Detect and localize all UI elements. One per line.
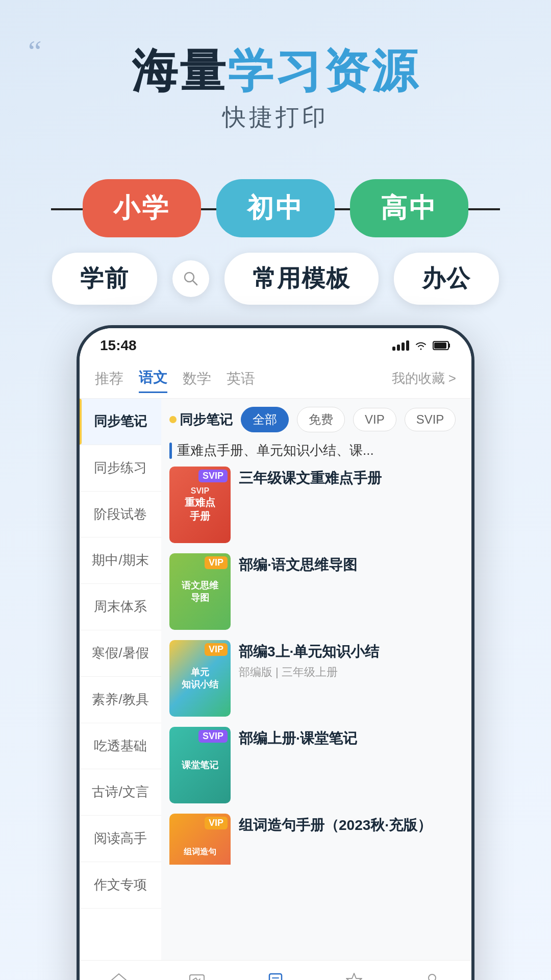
second-row: 学前 常用模板 办公 [31,253,520,305]
book-cover-2: 语文思维 导图 VIP [169,553,231,630]
status-icons [392,340,451,351]
nav-profile[interactable]: 我的 [393,969,471,980]
headline-part2: 学习资源 [228,45,419,96]
sync-notes-text: 同步笔记 [180,411,233,429]
book-info-5: 组词造句手册（2023秋·充版） [239,814,463,838]
sidebar-item-notes[interactable]: 同步笔记 [80,399,161,445]
yellow-dot [169,416,177,423]
sidebar-item-weekend[interactable]: 周末体系 [80,584,161,630]
book-title-2: 部编·语文思维导图 [239,555,463,575]
tab-math[interactable]: 数学 [183,365,211,393]
tab-recommend[interactable]: 推荐 [95,365,123,393]
sync-notes-label: 同步笔记 [169,411,233,429]
status-bar: 15:48 [80,328,471,359]
filter-svip[interactable]: SVIP [405,408,456,431]
signal-bar-3 [402,342,405,351]
tab-english[interactable]: 英语 [227,365,255,393]
nav-home[interactable]: 首页 [80,969,158,980]
status-time: 15:48 [100,337,137,354]
filter-free[interactable]: 免费 [297,407,345,432]
sidebar-item-reading[interactable]: 阅读高手 [80,816,161,862]
book-card-4[interactable]: 课堂笔记 SVIP 部编上册·课堂笔记 [169,727,463,803]
signal-bars [392,340,409,351]
book-cover-1: SVIP 重难点 手册 SVIP [169,467,231,543]
nav-ai[interactable]: AI精准学 [158,969,237,980]
nav-book[interactable]: 教辅|试卷 [236,969,315,980]
sidebar-item-practice[interactable]: 同步练习 [80,445,161,492]
filter-vip[interactable]: VIP [353,408,396,431]
section-header: 重难点手册、单元知识小结、课... [169,442,463,459]
sidebar-item-writing[interactable]: 作文专项 [80,862,161,909]
book-card-2[interactable]: 语文思维 导图 VIP 部编·语文思维导图 [169,553,463,630]
headline-subtitle: 快捷打印 [31,102,520,133]
quote-icon: “ [28,36,42,66]
sidebar-item-basics[interactable]: 吃透基础 [80,723,161,770]
sidebar: 同步笔记 同步练习 阶段试卷 期中/期末 周末体系 寒假/暑假 素养/教具 吃透… [80,399,161,960]
book-cover-4: 课堂笔记 SVIP [169,727,231,803]
section-bar [169,443,172,459]
sidebar-item-midterm[interactable]: 期中/期末 [80,537,161,584]
svg-point-11 [429,974,436,980]
user-icon [420,969,444,980]
svg-line-1 [193,281,197,285]
book-cover-5: 组词造句 VIP [169,814,231,865]
battery-icon [433,340,451,351]
book-card-5[interactable]: 组词造句 VIP 组词造句手册（2023秋·充版） [169,814,463,865]
sidebar-item-holiday[interactable]: 寒假/暑假 [80,630,161,677]
top-tabs: 推荐 语文 数学 英语 我的收藏 > [80,359,471,399]
filter-row: 同步笔记 全部 免费 VIP SVIP [169,407,463,432]
wifi-icon [413,340,429,351]
sidebar-item-exams[interactable]: 阶段试卷 [80,492,161,538]
book-info-4: 部编上册·课堂笔记 [239,727,463,751]
high-button[interactable]: 高中 [350,179,468,237]
book-cover-3: 单元 知识小结 VIP [169,640,231,717]
tab-favorites[interactable]: 我的收藏 > [392,370,456,387]
template-button[interactable]: 常用模板 [224,253,379,305]
book-subtitle-3: 部编版 | 三年级上册 [239,665,463,680]
sidebar-item-poetry[interactable]: 古诗/文言 [80,769,161,816]
middle-button[interactable]: 初中 [216,179,335,237]
category-row: 小学 初中 高中 [0,179,551,237]
home-icon [107,969,131,980]
signal-bar-1 [392,347,395,351]
preschool-button[interactable]: 学前 [52,253,157,305]
office-button[interactable]: 办公 [394,253,499,305]
headline-part1: 海量 [132,45,228,96]
phone-mockup: 15:48 推荐 语文 数学 英语 我的收藏 > [77,325,474,980]
book-title-5: 组词造句手册（2023秋·充版） [239,816,463,835]
content-area: 同步笔记 同步练习 阶段试卷 期中/期末 周末体系 寒假/暑假 素养/教具 吃透… [80,399,471,960]
search-icon [182,270,200,288]
svg-rect-3 [448,344,450,348]
headline-main: 海量学习资源 [31,46,520,96]
star-icon [342,969,366,980]
svg-rect-6 [269,974,282,980]
book-icon [263,969,288,980]
headline: 海量学习资源 快捷打印 [31,46,520,133]
main-content: 同步笔记 全部 免费 VIP SVIP 重难点手册、单元知识小结、课... SV… [161,399,471,960]
search-button[interactable] [172,260,209,297]
tab-chinese[interactable]: 语文 [139,364,167,393]
book-info-1: 三年级课文重难点手册 [239,467,463,491]
elementary-button[interactable]: 小学 [83,179,201,237]
svg-marker-10 [346,973,362,980]
bottom-nav: 首页 AI精准学 教辅|试卷 [80,960,471,980]
book-title-1: 三年级课文重难点手册 [239,469,463,488]
book-card-1[interactable]: SVIP 重难点 手册 SVIP 三年级课文重难点手册 [169,467,463,543]
signal-bar-2 [397,345,400,351]
book-title-4: 部编上册·课堂笔记 [239,729,463,748]
ai-icon [185,969,209,980]
nav-special[interactable]: 专项提升 [315,969,393,980]
badge-svip-1: SVIP [198,470,228,482]
badge-vip-3: VIP [205,643,228,656]
book-title-3: 部编3上·单元知识小结 [239,642,463,662]
section-title: 重难点手册、单元知识小结、课... [177,442,463,459]
sidebar-item-quality[interactable]: 素养/教具 [80,677,161,723]
badge-vip-5: VIP [205,817,228,829]
book-info-2: 部编·语文思维导图 [239,553,463,578]
badge-vip-2: VIP [205,556,228,569]
badge-svip-4: SVIP [198,730,228,743]
book-card-3[interactable]: 单元 知识小结 VIP 部编3上·单元知识小结 部编版 | 三年级上册 [169,640,463,717]
filter-all[interactable]: 全部 [241,407,289,432]
signal-bar-4 [406,340,409,351]
header-section: “ 海量学习资源 快捷打印 [0,0,551,154]
